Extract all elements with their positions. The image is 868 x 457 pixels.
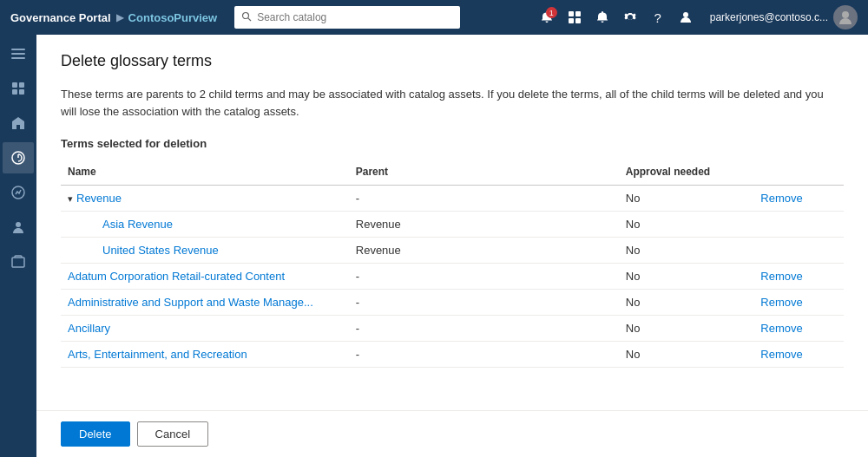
column-header-parent: Parent xyxy=(349,160,619,186)
term-parent: - xyxy=(349,186,619,212)
remove-term-button[interactable]: Remove xyxy=(760,270,802,283)
term-approval: No xyxy=(619,290,754,316)
svg-rect-5 xyxy=(575,18,581,23)
svg-rect-2 xyxy=(569,11,574,16)
sidebar-item-manage[interactable] xyxy=(3,212,34,243)
table-row: ▾Revenue-NoRemove xyxy=(61,186,844,212)
term-approval: No xyxy=(619,238,754,264)
topnav-icon-group: 1 ? xyxy=(535,5,698,29)
remove-term-button[interactable]: Remove xyxy=(760,348,802,361)
svg-point-0 xyxy=(243,12,249,18)
remove-term-button[interactable]: Remove xyxy=(760,296,802,309)
term-parent: Revenue xyxy=(349,212,619,238)
term-name-link[interactable]: Revenue xyxy=(76,192,122,205)
sidebar-item-home[interactable] xyxy=(3,73,34,104)
term-parent: - xyxy=(349,342,619,368)
column-header-approval: Approval needed xyxy=(619,160,754,186)
search-box[interactable] xyxy=(234,6,460,29)
sidebar-toggle-button[interactable] xyxy=(3,42,34,66)
term-action xyxy=(753,212,844,238)
page-title: Delete glossary terms xyxy=(61,52,844,70)
term-action[interactable]: Remove xyxy=(753,186,844,212)
svg-rect-11 xyxy=(12,82,17,88)
term-parent: - xyxy=(349,264,619,290)
alert-bell-button[interactable] xyxy=(590,5,615,29)
term-action[interactable]: Remove xyxy=(753,342,844,368)
username-label: parkerjones@contoso.c... xyxy=(710,11,828,23)
term-name-link[interactable]: Arts, Entertainment, and Recreation xyxy=(68,348,247,361)
term-approval: No xyxy=(619,342,754,368)
term-action[interactable]: Remove xyxy=(753,264,844,290)
search-icon xyxy=(241,11,252,24)
chevron-icon[interactable]: ▾ xyxy=(68,193,73,204)
svg-rect-9 xyxy=(11,53,25,55)
sidebar-item-collection[interactable] xyxy=(3,246,34,277)
table-row: Administrative and Support and Waste Man… xyxy=(61,290,844,316)
term-parent: - xyxy=(349,290,619,316)
svg-rect-13 xyxy=(12,89,17,95)
cancel-button[interactable]: Cancel xyxy=(137,421,208,447)
column-header-name: Name xyxy=(61,160,349,186)
help-icon-button[interactable]: ? xyxy=(646,5,670,29)
sidebar xyxy=(0,35,36,457)
term-name-link[interactable]: United States Revenue xyxy=(102,244,219,257)
brand-name[interactable]: Governance Portal ▶ ContosoPurview xyxy=(10,11,217,24)
term-approval: No xyxy=(619,212,754,238)
table-row: Asia RevenueRevenueNo xyxy=(61,212,844,238)
top-navigation: Governance Portal ▶ ContosoPurview 1 xyxy=(0,0,868,35)
svg-rect-10 xyxy=(11,57,25,59)
section-title: Terms selected for deletion xyxy=(61,137,844,150)
purview-label: ContosoPurview xyxy=(128,11,218,24)
term-action[interactable]: Remove xyxy=(753,290,844,316)
svg-rect-12 xyxy=(19,82,24,88)
footer: Delete Cancel xyxy=(36,410,868,457)
sidebar-item-insights[interactable] xyxy=(3,177,34,208)
notification-bell-button[interactable]: 1 xyxy=(535,5,559,29)
notification-badge: 1 xyxy=(546,7,557,18)
layout-icon-button[interactable] xyxy=(562,5,587,29)
term-action[interactable]: Remove xyxy=(753,316,844,342)
table-row: Adatum Corporation Retail-curated Conten… xyxy=(61,264,844,290)
content-area: Delete glossary terms These terms are pa… xyxy=(36,35,868,457)
term-approval: No xyxy=(619,316,754,342)
term-approval: No xyxy=(619,264,754,290)
warning-message: These terms are parents to 2 child terms… xyxy=(61,86,825,120)
terms-table: Name Parent Approval needed ▾Revenue-NoR… xyxy=(61,160,844,368)
table-row: United States RevenueRevenueNo xyxy=(61,238,844,264)
term-parent: Revenue xyxy=(349,238,619,264)
term-name-link[interactable]: Adatum Corporation Retail-curated Conten… xyxy=(68,270,285,283)
nav-chevron: ▶ xyxy=(116,12,123,23)
sidebar-item-catalog[interactable] xyxy=(3,108,34,139)
svg-rect-14 xyxy=(19,89,24,95)
governance-portal-label: Governance Portal xyxy=(10,11,111,24)
page-content: Delete glossary terms These terms are pa… xyxy=(36,35,868,410)
term-name-link[interactable]: Administrative and Support and Waste Man… xyxy=(68,296,313,309)
svg-rect-8 xyxy=(11,49,25,50)
svg-point-7 xyxy=(842,11,849,18)
sidebar-item-glossary[interactable] xyxy=(3,142,34,173)
term-action xyxy=(753,238,844,264)
term-name-link[interactable]: Ancillary xyxy=(68,322,110,335)
user-info[interactable]: parkerjones@contoso.c... xyxy=(710,5,858,29)
svg-point-6 xyxy=(683,12,688,17)
table-row: Arts, Entertainment, and Recreation-NoRe… xyxy=(61,342,844,368)
remove-term-button[interactable]: Remove xyxy=(760,192,802,205)
person-icon-button[interactable] xyxy=(674,5,698,29)
avatar xyxy=(833,5,858,29)
svg-rect-3 xyxy=(575,11,581,16)
svg-line-1 xyxy=(248,17,251,20)
svg-rect-4 xyxy=(569,18,574,23)
table-row: Ancillary-NoRemove xyxy=(61,316,844,342)
term-approval: No xyxy=(619,186,754,212)
settings-icon-button[interactable] xyxy=(618,5,642,29)
delete-button[interactable]: Delete xyxy=(61,421,130,447)
remove-term-button[interactable]: Remove xyxy=(760,322,802,335)
svg-point-18 xyxy=(16,222,21,227)
term-name-link[interactable]: Asia Revenue xyxy=(102,218,173,231)
search-input[interactable] xyxy=(257,11,453,23)
main-layout: Delete glossary terms These terms are pa… xyxy=(0,35,868,457)
term-parent: - xyxy=(349,316,619,342)
svg-rect-19 xyxy=(12,258,24,267)
column-header-action xyxy=(753,160,844,186)
